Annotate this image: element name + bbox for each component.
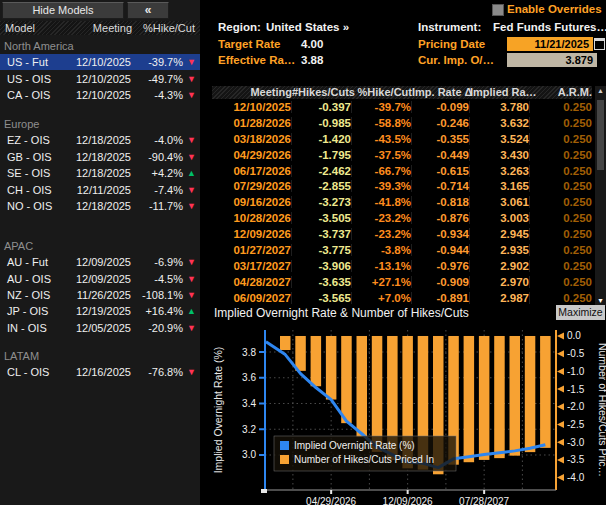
model-name: JP - OIS xyxy=(0,305,71,317)
model-name: AU - Fut xyxy=(0,256,71,268)
models-sidebar: Hide Models « Model Meeting %Hike/Cut No… xyxy=(0,0,200,505)
table-cell: 04/28/2027 xyxy=(212,276,292,288)
enable-overrides-checkbox[interactable] xyxy=(492,4,504,16)
instrument-label: Instrument: xyxy=(418,21,481,33)
table-cell: 03/17/2027 xyxy=(212,260,292,272)
maximize-button[interactable]: Maximize xyxy=(556,305,605,320)
table-cell: 2.935 xyxy=(470,244,530,256)
right-tick-label: -1.0 xyxy=(567,366,585,377)
table-row[interactable]: 03/17/2027-3.906-13.1%-0.9762.9020.250 xyxy=(212,258,592,274)
calendar-icon[interactable] xyxy=(594,38,605,50)
table-cell: 3.263 xyxy=(470,165,530,177)
right-tick-arrow-icon xyxy=(557,421,564,428)
meeting-date: 12/10/2025 xyxy=(71,89,131,101)
table-row[interactable]: 07/29/2026-2.855-39.3%-0.7143.1650.250 xyxy=(212,178,592,194)
instrument-value[interactable]: Fed Funds Futures… xyxy=(493,21,606,33)
table-row[interactable]: 12/09/2026-3.737-23.2%-0.9342.9450.250 xyxy=(212,226,592,242)
effective-rate-label: Effective Ra… xyxy=(218,54,295,66)
sidebar-row-ca-ois[interactable]: CA - OIS12/10/2025-4.3%▼ xyxy=(0,87,200,103)
table-row[interactable]: 04/28/2027-3.635+27.1%-0.9092.9700.250 xyxy=(212,274,592,290)
table-cell: -0.876 xyxy=(412,212,470,224)
x-tick-label: 04/29/2026 xyxy=(306,496,356,505)
sidebar-row-au-fut[interactable]: AU - Fut12/09/2025-6.9%▼ xyxy=(0,254,200,270)
right-tick-label: -3.0 xyxy=(567,437,585,448)
table-cell: 04/29/2026 xyxy=(212,149,292,161)
sidebar-row-us-fut[interactable]: US - Fut12/10/2025-39.7%▼ xyxy=(0,54,200,70)
scroll-up-icon[interactable]: ▲ xyxy=(595,86,606,96)
model-group: APACAU - Fut12/09/2025-6.9%▼AU - OIS12/0… xyxy=(0,238,200,336)
sidebar-row-au-ois[interactable]: AU - OIS12/09/2025-4.5%▼ xyxy=(0,271,200,287)
table-row[interactable]: 12/10/2025-0.397-39.7%-0.0993.7800.250 xyxy=(212,99,592,115)
table-cell: -0.449 xyxy=(412,149,470,161)
table-cell: -0.818 xyxy=(412,196,470,208)
table-row[interactable]: 10/28/2026-3.505-23.2%-0.8763.0030.250 xyxy=(212,210,592,226)
rates-chart: 3.83.63.43.23.00.0-0.5-1.0-1.5-2.0-2.5-3… xyxy=(210,320,606,505)
left-tick-label: 3.6 xyxy=(242,372,256,383)
left-tick-label: 3.8 xyxy=(242,347,256,358)
scrollbar-thumb[interactable] xyxy=(597,100,604,170)
meeting-date: 12/18/2025 xyxy=(71,134,131,146)
target-rate-label: Target Rate xyxy=(218,38,280,50)
table-row[interactable]: 06/09/2027-3.565+7.0%-0.8912.9870.250 xyxy=(212,290,592,306)
sidebar-row-nz-ois[interactable]: NZ - OIS11/26/2025-108.1%▼ xyxy=(0,287,200,303)
table-row[interactable]: 04/29/2026-1.795-37.5%-0.4493.4300.250 xyxy=(212,147,592,163)
table-cell: -0.714 xyxy=(412,180,470,192)
table-col-header[interactable]: #Hikes/Cuts xyxy=(292,86,352,99)
down-arrow-icon: ▼ xyxy=(183,323,198,333)
meeting-date: 12/09/2025 xyxy=(71,256,131,268)
sidebar-col-hikecut: %Hike/Cut xyxy=(132,21,198,35)
table-cell: 07/29/2026 xyxy=(212,180,292,192)
table-scrollbar[interactable]: ▲ ▼ xyxy=(595,86,606,306)
hike-cut-pct: +4.2% xyxy=(131,167,183,179)
chart-title: Implied Overnight Rate & Number of Hikes… xyxy=(214,306,469,320)
table-cell: -0.909 xyxy=(412,276,470,288)
collapse-panel-button[interactable]: « xyxy=(127,2,169,19)
table-col-header[interactable]: Meeting xyxy=(212,86,292,99)
sidebar-row-us-ois[interactable]: US - OIS12/10/2025-49.7%▼ xyxy=(0,70,200,86)
table-col-header[interactable]: Implied Ra… xyxy=(470,86,530,99)
hikes-cuts-bar xyxy=(372,336,383,452)
down-arrow-icon: ▼ xyxy=(183,201,198,211)
right-tick-label: -3.5 xyxy=(567,454,585,465)
meeting-date: 12/18/2025 xyxy=(71,200,131,212)
table-col-header[interactable]: A.R.M. xyxy=(530,86,592,99)
sidebar-row-cl-ois[interactable]: CL - OIS12/16/2025-76.8%▼ xyxy=(0,364,200,380)
model-name: NO - OIS xyxy=(0,200,71,212)
meetings-table: Meeting#Hikes/Cuts%Hike/CutImp. Rate ΔIm… xyxy=(212,86,592,306)
pricing-date-input[interactable]: 11/21/2025 xyxy=(507,37,593,51)
table-cell: -23.2% xyxy=(352,212,412,224)
table-row[interactable]: 01/28/2026-0.985-58.8%-0.2463.6320.250 xyxy=(212,115,592,131)
table-row[interactable]: 09/16/2026-3.273-41.8%-0.8183.0610.250 xyxy=(212,194,592,210)
table-cell: -2.855 xyxy=(292,180,352,192)
sidebar-row-gb-ois[interactable]: GB - OIS12/18/2025-90.4%▼ xyxy=(0,149,200,165)
sidebar-row-se-ois[interactable]: SE - OIS12/18/2025+4.2%▲ xyxy=(0,165,200,181)
hike-cut-pct: -6.9% xyxy=(131,256,183,268)
table-cell: -2.462 xyxy=(292,165,352,177)
sidebar-row-ez-ois[interactable]: EZ - OIS12/18/2025-4.0%▼ xyxy=(0,132,200,148)
table-cell: 03/18/2026 xyxy=(212,133,292,145)
hide-models-button[interactable]: Hide Models xyxy=(2,2,124,19)
table-row[interactable]: 03/18/2026-1.420-43.5%-0.3553.5240.250 xyxy=(212,131,592,147)
sidebar-row-ch-ois[interactable]: CH - OIS12/11/2025-7.4%▼ xyxy=(0,181,200,197)
hike-cut-pct: -4.5% xyxy=(131,273,183,285)
model-name: CH - OIS xyxy=(0,184,71,196)
sidebar-row-jp-ois[interactable]: JP - OIS12/19/2025+16.4%▲ xyxy=(0,303,200,319)
table-cell: -43.5% xyxy=(352,133,412,145)
table-cell: 3.780 xyxy=(470,101,530,113)
table-col-header[interactable]: Imp. Rate Δ xyxy=(412,86,470,99)
hikes-cuts-bar xyxy=(357,336,368,437)
region-value[interactable]: United States » xyxy=(266,21,349,33)
cur-implied-input[interactable]: 3.879 xyxy=(507,53,597,67)
down-arrow-icon: ▼ xyxy=(183,274,198,284)
table-col-header[interactable]: %Hike/Cut xyxy=(352,86,412,99)
table-row[interactable]: 01/27/2027-3.775-3.8%-0.9442.9350.250 xyxy=(212,242,592,258)
right-tick-label: 0.0 xyxy=(567,330,581,341)
meeting-date: 12/10/2025 xyxy=(71,56,131,68)
sidebar-row-no-ois[interactable]: NO - OIS12/18/2025-11.7%▼ xyxy=(0,198,200,214)
table-row[interactable]: 06/17/2026-2.462-66.7%-0.6153.2630.250 xyxy=(212,163,592,179)
table-cell: -0.355 xyxy=(412,133,470,145)
hike-cut-pct: -90.4% xyxy=(131,151,183,163)
wirp-screen: { "colors": { "accent_amber": "#ffa226",… xyxy=(0,0,606,505)
sidebar-row-in-ois[interactable]: IN - OIS12/05/2025-20.9%▼ xyxy=(0,320,200,336)
region-label: Region: xyxy=(218,21,261,33)
